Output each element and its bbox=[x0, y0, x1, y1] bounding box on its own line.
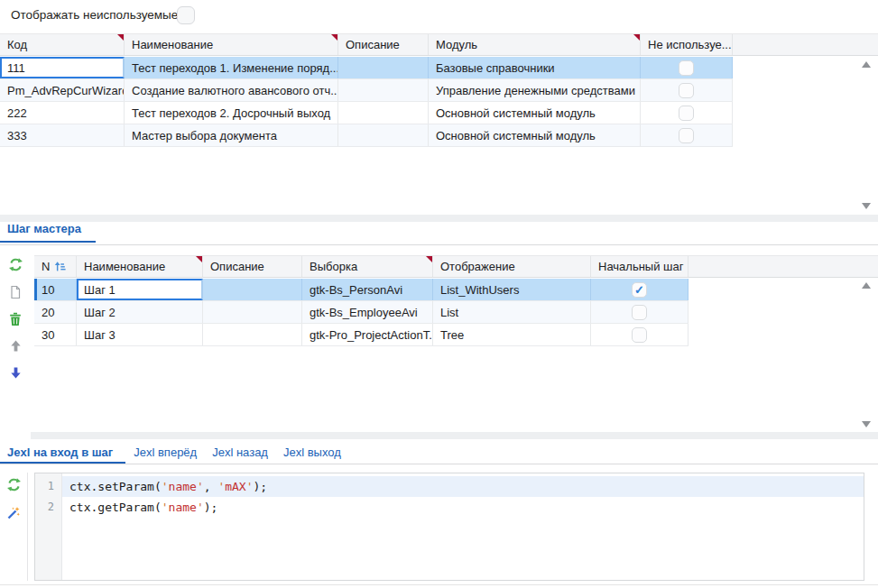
sort-ascending-icon bbox=[54, 261, 66, 272]
cell[interactable]: gtk-Bs_PersonAvi bbox=[302, 279, 433, 300]
code-line[interactable]: 2ctx.getParam('name'); bbox=[35, 497, 864, 518]
unused-checkbox[interactable] bbox=[679, 83, 694, 98]
tab-active[interactable]: Jexl на вход в шаг bbox=[0, 441, 125, 464]
column-header[interactable]: N bbox=[34, 256, 77, 277]
cell[interactable]: Тест переходов 1. Изменение поряд... bbox=[125, 57, 338, 78]
column-header[interactable]: Не используе... bbox=[641, 34, 733, 55]
cell-unused[interactable] bbox=[641, 79, 733, 101]
cell-unused[interactable] bbox=[641, 124, 733, 146]
cell[interactable]: Базовые справочники bbox=[429, 57, 641, 78]
column-header-label: Не используе... bbox=[648, 38, 732, 51]
initial-step-checkbox[interactable] bbox=[632, 327, 647, 343]
steps-table-horizontal-scrollbar[interactable] bbox=[31, 432, 878, 439]
scroll-down-arrow[interactable] bbox=[862, 421, 871, 427]
cell[interactable]: gtk-Bs_EmployeeAvi bbox=[302, 301, 433, 323]
cell[interactable]: 10 bbox=[34, 279, 77, 300]
cell[interactable]: Шаг 3 bbox=[77, 324, 203, 345]
tab-inactive[interactable]: Jexl назад bbox=[205, 441, 275, 464]
column-header[interactable]: Описание bbox=[203, 256, 302, 277]
table-row[interactable]: Pm_AdvRepCurWizardСоздание валютного ава… bbox=[0, 79, 733, 102]
cell[interactable]: Управление денежными средствами bbox=[429, 79, 641, 101]
scroll-up-arrow[interactable] bbox=[862, 282, 871, 289]
delete-button[interactable] bbox=[7, 312, 23, 328]
table-row[interactable]: 10Шаг 1gtk-Bs_PersonAviList_WithUsers bbox=[34, 279, 689, 301]
wizard-table-vertical-scrollbar[interactable] bbox=[859, 56, 873, 215]
cell-initial-step[interactable] bbox=[591, 301, 689, 323]
cell[interactable]: Шаг 2 bbox=[77, 301, 203, 323]
magic-wand-button[interactable] bbox=[5, 506, 22, 522]
delete-icon bbox=[8, 312, 23, 329]
column-header[interactable]: Наименование bbox=[77, 256, 203, 277]
cell[interactable] bbox=[338, 124, 429, 146]
cell[interactable] bbox=[203, 301, 302, 323]
column-header-label: Описание bbox=[346, 38, 400, 51]
cell[interactable]: Создание валютного авансового отч... bbox=[125, 79, 338, 101]
cell[interactable]: List bbox=[433, 301, 591, 323]
table-row[interactable]: 333Мастер выбора документаОсновной систе… bbox=[0, 124, 733, 147]
unused-checkbox[interactable] bbox=[679, 60, 694, 76]
move-down-button[interactable] bbox=[7, 366, 23, 382]
code-token: name bbox=[169, 480, 197, 493]
code-line[interactable]: 1ctx.setParam('name', 'mAX'); bbox=[35, 476, 864, 497]
active-cell-editor[interactable]: 111 bbox=[0, 57, 125, 78]
cell[interactable]: 30 bbox=[34, 324, 77, 345]
scroll-down-arrow[interactable] bbox=[862, 203, 871, 209]
filter-marker-icon bbox=[196, 256, 202, 262]
cell[interactable]: Tree bbox=[433, 324, 591, 345]
cell[interactable] bbox=[203, 324, 302, 345]
wizard-table-horizontal-scrollbar[interactable] bbox=[0, 215, 878, 222]
code-editor[interactable]: 1ctx.setParam('name', 'mAX');2ctx.getPar… bbox=[34, 473, 864, 581]
cell[interactable]: Мастер выбора документа bbox=[125, 124, 338, 146]
initial-step-checkbox[interactable] bbox=[632, 282, 647, 298]
cell[interactable] bbox=[338, 57, 429, 78]
cell[interactable]: Основной системный модуль bbox=[429, 124, 641, 146]
code-text[interactable]: ctx.setParam('name', 'mAX'); bbox=[62, 476, 864, 497]
refresh-button[interactable] bbox=[5, 478, 22, 494]
scroll-up-arrow[interactable] bbox=[862, 61, 871, 68]
unused-checkbox[interactable] bbox=[679, 106, 694, 121]
tab-steps[interactable]: Шаг мастера bbox=[0, 217, 96, 243]
column-header[interactable]: Описание bbox=[338, 34, 429, 55]
cell[interactable] bbox=[203, 279, 302, 300]
table-row[interactable]: 222Тест переходов 2. Досрочный выходОсно… bbox=[0, 102, 733, 124]
column-header[interactable]: Модуль bbox=[429, 34, 641, 55]
cell[interactable]: 222 bbox=[0, 102, 125, 124]
cell[interactable]: 333 bbox=[0, 124, 125, 146]
active-cell-editor[interactable]: Шаг 1 bbox=[77, 279, 203, 300]
cell[interactable]: Тест переходов 2. Досрочный выход bbox=[125, 102, 338, 124]
cell[interactable]: Основной системный модуль bbox=[429, 102, 641, 124]
new-document-button[interactable] bbox=[7, 285, 23, 301]
steps-table: 10Шаг 1gtk-Bs_PersonAviList_WithUsers20Ш… bbox=[34, 279, 689, 346]
cell-unused[interactable] bbox=[641, 102, 733, 124]
cell[interactable]: gtk-Pro_ProjectActionT... bbox=[302, 324, 433, 345]
filter-marker-icon bbox=[117, 34, 124, 41]
cell[interactable]: List_WithUsers bbox=[433, 279, 591, 300]
cell[interactable]: 20 bbox=[34, 301, 77, 323]
refresh-button[interactable] bbox=[7, 258, 23, 274]
code-token: ' bbox=[246, 480, 254, 493]
table-row[interactable]: 30Шаг 3gtk-Pro_ProjectActionT...Tree bbox=[34, 324, 689, 346]
cell-initial-step[interactable] bbox=[591, 279, 689, 300]
code-lines[interactable]: 1ctx.setParam('name', 'mAX');2ctx.getPar… bbox=[35, 476, 864, 518]
cell-initial-step[interactable] bbox=[591, 324, 689, 345]
initial-step-checkbox[interactable] bbox=[632, 305, 647, 320]
steps-table-vertical-scrollbar[interactable] bbox=[859, 278, 873, 433]
cell[interactable] bbox=[338, 102, 429, 124]
tab-inactive[interactable]: Jexl вперёд bbox=[126, 441, 204, 464]
cell[interactable] bbox=[338, 79, 429, 101]
column-header[interactable]: Наименование bbox=[125, 34, 338, 55]
code-text[interactable]: ctx.getParam('name'); bbox=[62, 497, 864, 518]
unused-checkbox[interactable] bbox=[679, 128, 694, 143]
show-unused-checkbox[interactable] bbox=[177, 6, 195, 24]
column-header[interactable]: Начальный шаг bbox=[591, 256, 689, 277]
code-token: ' bbox=[162, 501, 169, 514]
column-header[interactable]: Выборка bbox=[302, 256, 433, 277]
table-row[interactable]: 20Шаг 2gtk-Bs_EmployeeAviList bbox=[34, 301, 689, 324]
column-header[interactable]: Код bbox=[0, 34, 125, 55]
column-header[interactable]: Отображение bbox=[433, 256, 591, 277]
cell-unused[interactable] bbox=[641, 57, 733, 78]
table-row[interactable]: 111Тест переходов 1. Изменение поряд...Б… bbox=[0, 57, 733, 79]
cell[interactable]: Pm_AdvRepCurWizard bbox=[0, 79, 125, 101]
tab-inactive[interactable]: Jexl выход bbox=[276, 441, 348, 464]
move-up-button[interactable] bbox=[7, 339, 23, 355]
